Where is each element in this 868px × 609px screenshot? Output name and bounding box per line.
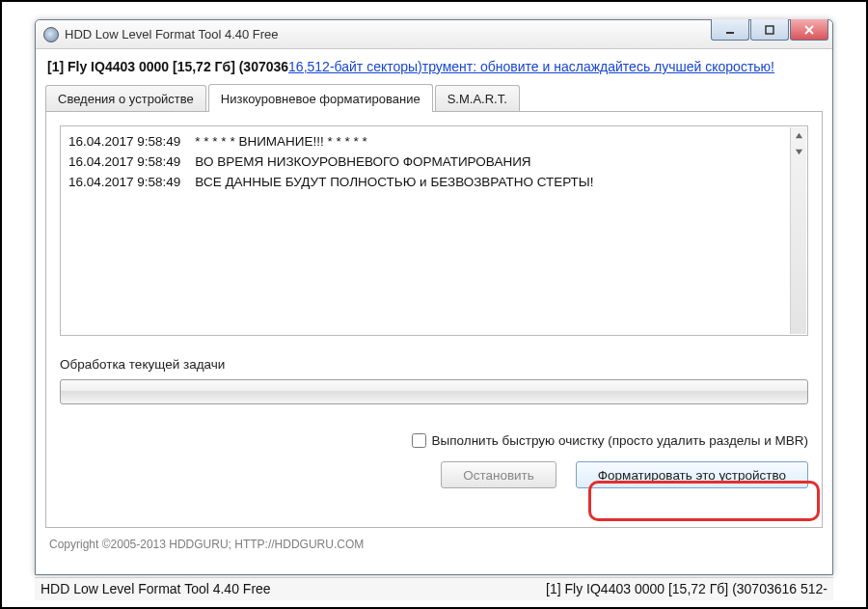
log-output[interactable]: 16.04.2017 9:58:49 * * * * * ВНИМАНИЕ!!!… (60, 125, 808, 336)
status-left: HDD Low Level Format Tool 4.40 Free (41, 581, 271, 600)
minimize-icon (724, 24, 736, 36)
maximize-icon (764, 24, 775, 36)
device-prefix: [1] Fly IQ4403 0000 [15,72 Гб] (307036 (47, 59, 288, 74)
upgrade-link[interactable]: трумент: обновите и наслаждайтесь лучшей… (422, 59, 774, 74)
maximize-button[interactable] (750, 19, 789, 41)
app-window: HDD Low Level Format Tool 4.40 Free [1] … (35, 19, 833, 575)
quick-wipe-label: Выполнить быструю очистку (просто удалит… (432, 433, 808, 448)
quick-wipe-row: Выполнить быструю очистку (просто удалит… (60, 433, 808, 448)
scrollbar[interactable] (790, 127, 806, 334)
overlap-text: 16,512-байт секторы) (288, 59, 422, 74)
tab-strip: Сведения о устройстве Низкоуровневое фор… (45, 84, 823, 111)
client-area: [1] Fly IQ4403 0000 [15,72 Гб] (30703616… (36, 49, 832, 574)
format-device-button[interactable]: Форматировать это устройство (576, 461, 808, 488)
log-line: 16.04.2017 9:58:49 ВСЕ ДАННЫЕ БУДУТ ПОЛН… (68, 173, 800, 193)
scroll-down-icon[interactable] (791, 144, 806, 160)
window-controls (710, 19, 828, 41)
tab-low-level-format[interactable]: Низкоуровневое форматирование (208, 84, 433, 112)
device-info-line: [1] Fly IQ4403 0000 [15,72 Гб] (30703616… (45, 55, 823, 84)
quick-wipe-checkbox[interactable] (412, 433, 426, 448)
stop-button: Остановить (441, 461, 556, 488)
scroll-up-icon[interactable] (791, 127, 806, 144)
tab-panel: 16.04.2017 9:58:49 * * * * * ВНИМАНИЕ!!!… (45, 111, 823, 528)
window-title: HDD Low Level Format Tool 4.40 Free (65, 27, 279, 42)
copyright: Copyright ©2005-2013 HDDGURU; HTTP://HDD… (45, 528, 823, 551)
app-icon (43, 27, 59, 42)
status-bar: HDD Low Level Format Tool 4.40 Free [1] … (35, 577, 833, 600)
status-right: [1] Fly IQ4403 0000 [15,72 Гб] (30703616… (546, 581, 827, 600)
svg-rect-1 (766, 26, 773, 34)
log-line: 16.04.2017 9:58:49 ВО ВРЕМЯ НИЗКОУРОВНЕВ… (68, 152, 800, 173)
tab-smart[interactable]: S.M.A.R.T. (435, 85, 520, 111)
progress-bar (60, 379, 808, 404)
svg-rect-0 (726, 32, 734, 34)
titlebar[interactable]: HDD Low Level Format Tool 4.40 Free (36, 20, 832, 49)
close-button[interactable] (790, 19, 828, 41)
close-icon (803, 24, 815, 36)
task-label: Обработка текущей задачи (60, 357, 808, 372)
minimize-button[interactable] (711, 19, 749, 41)
log-line: 16.04.2017 9:58:49 * * * * * ВНИМАНИЕ!!!… (68, 132, 800, 152)
tab-device-info[interactable]: Сведения о устройстве (45, 85, 206, 111)
button-row: Остановить Форматировать это устройство (60, 461, 808, 488)
